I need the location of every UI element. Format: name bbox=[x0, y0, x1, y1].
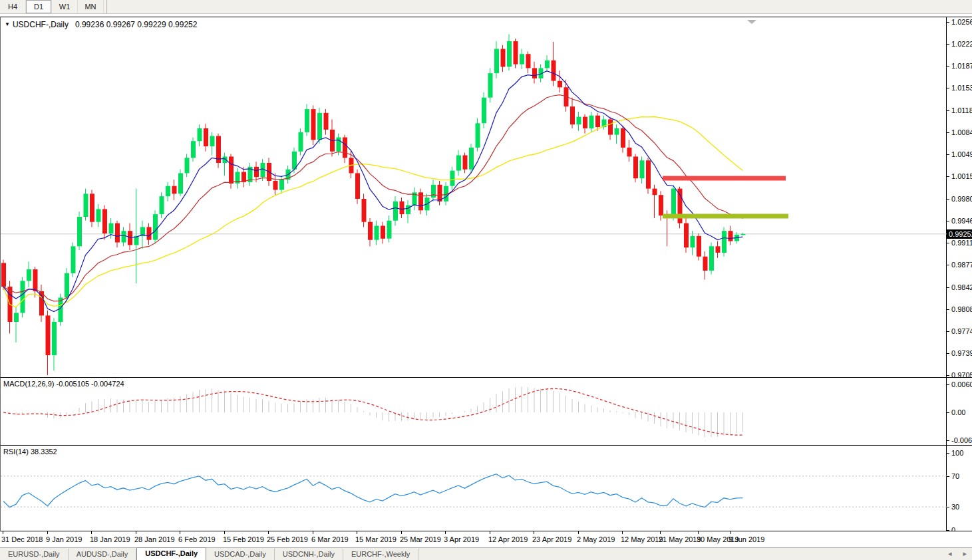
price-axis-label: 0.99460 bbox=[951, 217, 972, 225]
time-axis-tick bbox=[357, 531, 357, 534]
rsi-plot[interactable]: RSI(14) 38.3352 bbox=[1, 446, 947, 531]
macd-axis-label-tick bbox=[947, 440, 949, 441]
time-axis-label: 28 Jan 2019 bbox=[134, 535, 175, 543]
price-axis-label-tick bbox=[947, 154, 949, 155]
time-axis-tick bbox=[3, 531, 3, 534]
tab-audusd-daily[interactable]: AUDUSD-,Daily bbox=[69, 549, 137, 560]
price-axis-label-tick bbox=[947, 132, 949, 133]
time-axis-label: 9 Jan 2019 bbox=[46, 535, 82, 543]
rsi-axis-label: 30 bbox=[951, 503, 959, 511]
tab-usdcnh-daily[interactable]: USDCNH-,Daily bbox=[275, 549, 343, 560]
time-axis-tick bbox=[47, 531, 48, 534]
time-axis-label: 21 May 2019 bbox=[659, 535, 701, 543]
time-axis-tick bbox=[268, 531, 269, 534]
time-axis-label: 6 Mar 2019 bbox=[311, 535, 349, 543]
rsi-value: 38.3352 bbox=[31, 448, 57, 456]
price-axis-label: 0.98420 bbox=[951, 283, 972, 291]
time-axis-label: 2 May 2019 bbox=[577, 535, 615, 543]
price-axis-label-tick bbox=[947, 375, 949, 376]
time-axis-tick bbox=[136, 531, 136, 534]
time-axis-tick bbox=[401, 531, 402, 534]
price-axis-label: 1.02220 bbox=[951, 40, 972, 48]
rsi-axis-label-tick bbox=[947, 530, 949, 531]
rsi-name: RSI(14) bbox=[3, 448, 29, 456]
time-axis-tick bbox=[91, 531, 92, 534]
price-axis-label: 1.00840 bbox=[951, 128, 972, 136]
price-axis-label-tick bbox=[947, 221, 949, 221]
price-axis-label: 0.97390 bbox=[951, 349, 972, 357]
price-axis-label-tick bbox=[947, 265, 949, 265]
time-axis-label: 15 Mar 2019 bbox=[355, 535, 397, 543]
tab-eurusd-daily[interactable]: EURUSD-,Daily bbox=[0, 549, 69, 560]
price-axis-label: 1.01180 bbox=[951, 106, 972, 114]
tab-scroll-right-icon[interactable]: ▸ bbox=[963, 549, 967, 557]
timeframe-h4-button[interactable]: H4 bbox=[0, 0, 26, 13]
time-axis-label: 25 Mar 2019 bbox=[400, 535, 441, 543]
price-axis-label: 1.00150 bbox=[951, 172, 972, 180]
rsi-axis[interactable]: 10070300 bbox=[947, 446, 972, 531]
macd-axis-label: 0.006058 bbox=[951, 380, 972, 388]
rsi-pane: RSI(14) 38.3352 10070300 bbox=[0, 446, 972, 531]
rsi-label: RSI(14) 38.3352 bbox=[3, 448, 57, 456]
chart-title: ▼USDCHF-,Daily0.99236 0.99267 0.99229 0.… bbox=[5, 20, 197, 29]
time-axis-label: 9 Jun 2019 bbox=[729, 535, 764, 543]
time-axis-label: 12 Apr 2019 bbox=[488, 535, 528, 543]
tab-eurchf-weekly[interactable]: EURCHF-,Weekly bbox=[343, 549, 418, 560]
price-axis-label-tick bbox=[947, 309, 949, 310]
macd-axis-label: -0.006096 bbox=[951, 436, 972, 444]
time-axis-label: 23 Apr 2019 bbox=[532, 535, 571, 543]
timeframe-d1-button[interactable]: D1 bbox=[26, 0, 52, 13]
time-axis-tick bbox=[660, 531, 661, 534]
time-axis-label: 31 Dec 2018 bbox=[1, 535, 43, 543]
time-axis-tick bbox=[180, 531, 180, 534]
time-axis-tick bbox=[445, 531, 446, 534]
tab-usdchf-daily[interactable]: USDCHF-,Daily bbox=[136, 547, 206, 560]
rsi-axis-label-tick bbox=[947, 476, 949, 477]
rsi-axis-label-tick bbox=[947, 507, 949, 507]
time-axis-label: 6 Feb 2019 bbox=[178, 535, 216, 543]
time-axis-tick bbox=[730, 531, 730, 534]
price-axis-label-tick bbox=[947, 44, 949, 45]
tab-scroll-left-icon[interactable]: ◂ bbox=[948, 549, 952, 557]
macd-pane: MACD(12,26,9) -0.005105 -0.004724 0.0060… bbox=[0, 378, 972, 446]
macd-canvas bbox=[1, 378, 947, 445]
price-axis-label: 0.98080 bbox=[951, 305, 972, 313]
time-axis-tick bbox=[490, 531, 490, 534]
price-axis-label-tick bbox=[947, 353, 949, 354]
chart-tab-bar: EURUSD-,Daily AUDUSD-,Daily USDCHF-,Dail… bbox=[0, 547, 972, 560]
chart-symbol-label: USDCHF-,Daily bbox=[13, 20, 69, 29]
price-axis-label-tick bbox=[947, 287, 949, 288]
macd-axis[interactable]: 0.0060580.00-0.006096 bbox=[947, 378, 972, 445]
time-axis-label: 25 Feb 2019 bbox=[267, 535, 308, 543]
chart-ohlc-values: 0.99236 0.99267 0.99229 0.99252 bbox=[75, 20, 198, 29]
macd-axis-label-tick bbox=[947, 412, 949, 413]
toolbar-separator bbox=[106, 0, 107, 13]
timeframe-w1-button[interactable]: W1 bbox=[52, 0, 78, 13]
macd-values: -0.005105 -0.004724 bbox=[56, 380, 124, 388]
time-axis[interactable]: 31 Dec 20189 Jan 201918 Jan 201928 Jan 2… bbox=[0, 531, 972, 547]
price-chart-canvas[interactable] bbox=[1, 17, 947, 377]
macd-plot[interactable]: MACD(12,26,9) -0.005105 -0.004724 bbox=[1, 378, 947, 445]
price-chart-plot[interactable]: ▼USDCHF-,Daily0.99236 0.99267 0.99229 0.… bbox=[1, 17, 947, 377]
price-axis-label: 1.01530 bbox=[951, 84, 972, 92]
symbol-dropdown-icon[interactable]: ▼ bbox=[5, 21, 10, 27]
macd-name: MACD(12,26,9) bbox=[3, 380, 54, 388]
time-axis-label: 18 Jan 2019 bbox=[90, 535, 130, 543]
rsi-axis-label-tick bbox=[947, 453, 949, 454]
timeframe-mn-button[interactable]: MN bbox=[78, 0, 104, 13]
time-axis-tick bbox=[578, 531, 579, 534]
time-axis-label: 15 Feb 2019 bbox=[223, 535, 264, 543]
price-axis-label: 0.97740 bbox=[951, 327, 972, 335]
price-axis-label: 1.01870 bbox=[951, 62, 972, 70]
time-axis-tick bbox=[224, 531, 225, 534]
tab-scroll-arrows: ◂ ▸ bbox=[939, 549, 967, 558]
price-axis-label-tick bbox=[947, 22, 949, 23]
timeframe-toolbar: H4 D1 W1 MN bbox=[0, 0, 972, 14]
current-price-tag: 0.99252 bbox=[947, 229, 972, 239]
price-chart-pane: ▼USDCHF-,Daily0.99236 0.99267 0.99229 0.… bbox=[0, 17, 972, 378]
time-axis-tick bbox=[534, 531, 534, 534]
price-axis-label-tick bbox=[947, 243, 949, 243]
price-axis-label: 1.00490 bbox=[951, 150, 972, 158]
tab-usdcad-daily[interactable]: USDCAD-,Daily bbox=[206, 549, 275, 560]
price-axis[interactable]: 0.99252 1.025601.022201.018701.015301.01… bbox=[947, 17, 972, 377]
